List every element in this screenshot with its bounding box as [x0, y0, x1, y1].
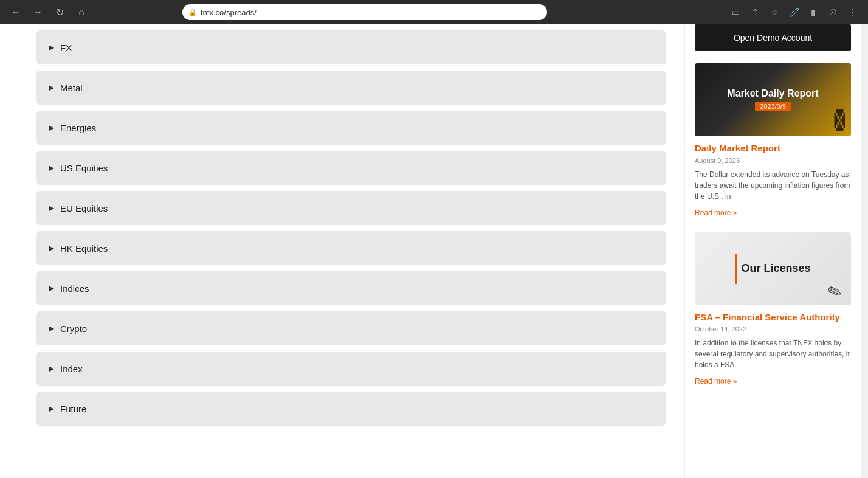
accordion-arrow-metal: ▶: [49, 83, 54, 92]
screen-capture-icon[interactable]: ▭: [727, 4, 744, 21]
daily-market-report-title[interactable]: Daily Market Report: [695, 142, 851, 154]
daily-market-report-card: 🮽 Market Daily Report 2023/8/9 Daily Mar…: [695, 63, 851, 218]
accordion-label-eu-equities: EU Equities: [60, 203, 108, 213]
accordion-label-energies: Energies: [60, 123, 96, 133]
license-bar-decoration: [735, 254, 737, 284]
daily-market-report-read-more[interactable]: Read more »: [695, 209, 737, 217]
accordion-arrow-fx: ▶: [49, 43, 54, 52]
back-button[interactable]: ←: [7, 4, 24, 21]
forward-button[interactable]: →: [29, 4, 46, 21]
accordion-container: ▶FX▶Metal▶Energies▶US Equities▶EU Equiti…: [36, 30, 666, 426]
accordion-item-hk-equities[interactable]: ▶HK Equities: [36, 231, 666, 265]
accordion-arrow-energies: ▶: [49, 123, 54, 132]
accordion-arrow-us-equities: ▶: [49, 164, 54, 172]
home-button[interactable]: ⌂: [73, 4, 90, 21]
reload-button[interactable]: ↻: [51, 4, 68, 21]
right-sidebar: Open Demo Account 🮽 Market Daily Report …: [684, 24, 861, 478]
fsa-license-card: Our Licenses ✎ FSA – Financial Service A…: [695, 232, 851, 387]
gold-bars-decoration: 🮽: [833, 106, 845, 133]
accordion-label-indices: Indices: [60, 283, 89, 294]
accordion-item-indices[interactable]: ▶Indices: [36, 271, 666, 305]
daily-market-report-date: August 9, 2023: [695, 157, 851, 164]
share-icon[interactable]: ⇧: [746, 4, 763, 21]
accordion-arrow-crypto: ▶: [49, 324, 54, 333]
accordion-item-crypto[interactable]: ▶Crypto: [36, 311, 666, 345]
tab-manager-icon[interactable]: ▮: [805, 4, 822, 21]
accordion-label-fx: FX: [60, 43, 72, 53]
accordion-item-energies[interactable]: ▶Energies: [36, 111, 666, 145]
star-icon[interactable]: ☆: [766, 4, 783, 21]
license-image-text: Our Licenses: [741, 262, 810, 275]
fsa-license-title[interactable]: FSA – Financial Service Authority: [695, 311, 851, 324]
page-scrollbar[interactable]: [861, 24, 868, 478]
daily-market-report-image: 🮽 Market Daily Report 2023/8/9: [695, 63, 851, 136]
daily-market-report-excerpt: The Dollar extended its advance on Tuesd…: [695, 169, 851, 202]
accordion-label-metal: Metal: [60, 83, 83, 93]
page-content: ▶FX▶Metal▶Energies▶US Equities▶EU Equiti…: [0, 24, 868, 478]
lock-icon: 🔒: [188, 9, 197, 16]
fsa-license-date: October 14, 2022: [695, 325, 851, 333]
accordion-item-metal[interactable]: ▶Metal: [36, 71, 666, 105]
open-demo-button[interactable]: Open Demo Account: [695, 24, 851, 51]
address-bar[interactable]: 🔒 tnfx.co/spreads/: [182, 4, 547, 20]
main-content: ▶FX▶Metal▶Energies▶US Equities▶EU Equiti…: [0, 24, 684, 478]
accordion-item-future[interactable]: ▶Future: [36, 392, 666, 426]
accordion-item-us-equities[interactable]: ▶US Equities: [36, 151, 666, 185]
accordion-label-index: Index: [60, 364, 83, 374]
accordion-label-crypto: Crypto: [60, 324, 87, 334]
extensions-icon[interactable]: 🧷: [785, 4, 802, 21]
fsa-license-read-more[interactable]: Read more »: [695, 377, 737, 386]
license-overlay: Our Licenses: [735, 254, 810, 284]
browser-actions: ▭ ⇧ ☆ 🧷 ▮ ☉ ⋮: [727, 4, 861, 21]
accordion-label-future: Future: [60, 404, 86, 414]
accordion-label-us-equities: US Equities: [60, 163, 108, 173]
report-image-date: 2023/8/9: [755, 102, 791, 111]
pen-icon: ✎: [825, 280, 845, 304]
accordion-item-index[interactable]: ▶Index: [36, 352, 666, 386]
accordion-arrow-hk-equities: ▶: [49, 244, 54, 252]
accordion-arrow-future: ▶: [49, 404, 54, 413]
fsa-license-image: Our Licenses ✎: [695, 232, 851, 305]
accordion-arrow-index: ▶: [49, 364, 54, 373]
browser-chrome: ← → ↻ ⌂ 🔒 tnfx.co/spreads/ ▭ ⇧ ☆ 🧷 ▮ ☉ ⋮: [0, 0, 868, 24]
menu-icon[interactable]: ⋮: [844, 4, 861, 21]
fsa-license-excerpt: In addition to the licenses that TNFX ho…: [695, 338, 851, 370]
profile-icon[interactable]: ☉: [824, 4, 841, 21]
report-image-title: Market Daily Report: [727, 88, 818, 99]
accordion-item-eu-equities[interactable]: ▶EU Equities: [36, 191, 666, 225]
accordion-label-hk-equities: HK Equities: [60, 243, 108, 254]
url-text: tnfx.co/spreads/: [201, 8, 257, 17]
accordion-arrow-indices: ▶: [49, 284, 54, 293]
accordion-item-fx[interactable]: ▶FX: [36, 30, 666, 64]
accordion-arrow-eu-equities: ▶: [49, 204, 54, 212]
